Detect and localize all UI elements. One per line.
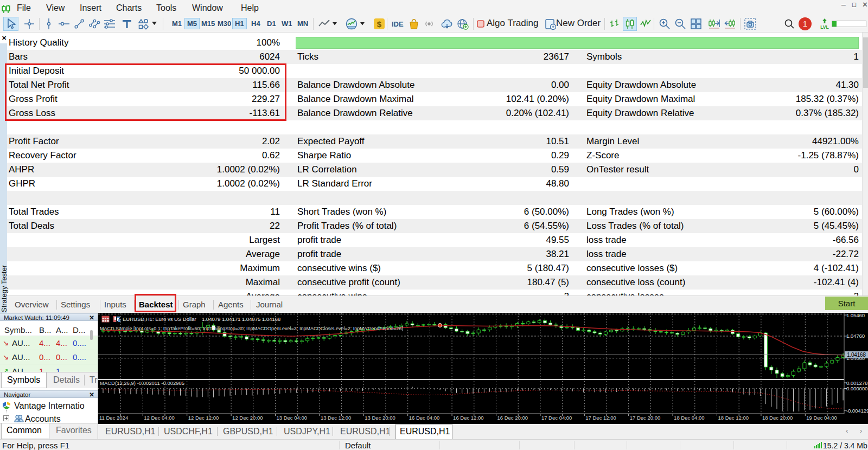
svg-text:-0.004129: -0.004129 — [846, 408, 868, 414]
svg-text:MACD(12,26,9) -0.002011 -0.002: MACD(12,26,9) -0.002011 -0.002985 — [100, 380, 184, 386]
svg-text:17 Dec 20:00: 17 Dec 20:00 — [630, 415, 661, 421]
svg-text:1.04079 1.04171 1.04075 1.0416: 1.04079 1.04171 1.04075 1.04168 — [202, 316, 281, 322]
svg-text:EURUSD,H1: Euro vs US Dollar: EURUSD,H1: Euro vs US Dollar — [123, 316, 196, 322]
svg-text:19 Dec 04:00: 19 Dec 04:00 — [806, 415, 837, 421]
svg-text:MACD Sample [InpLots=0.1; InpT: MACD Sample [InpLots=0.1; InpTakeProfit=… — [100, 326, 403, 331]
svg-text:17 Dec 12:00: 17 Dec 12:00 — [585, 415, 616, 421]
svg-text:12 Dec 04:00: 12 Dec 04:00 — [144, 415, 175, 421]
svg-text:13 Dec 12:00: 13 Dec 12:00 — [321, 415, 352, 421]
svg-text:$: $ — [377, 20, 382, 29]
svg-text:1.04168: 1.04168 — [847, 352, 866, 358]
svg-text:16 Dec 04:00: 16 Dec 04:00 — [409, 415, 440, 421]
svg-text:16 Dec 12:00: 16 Dec 12:00 — [453, 415, 484, 421]
svg-text:13 Dec 04:00: 13 Dec 04:00 — [277, 415, 308, 421]
svg-text:11 Dec 2024: 11 Dec 2024 — [99, 415, 128, 421]
svg-text:0.001278: 0.001278 — [846, 380, 868, 386]
svg-text:12 Dec 12:00: 12 Dec 12:00 — [188, 415, 219, 421]
svg-text:12 Dec 20:00: 12 Dec 20:00 — [232, 415, 263, 421]
svg-text:17 Dec 04:00: 17 Dec 04:00 — [541, 415, 572, 421]
svg-text:LVL: LVL — [820, 24, 828, 30]
svg-text:18 Dec 12:00: 18 Dec 12:00 — [718, 415, 749, 421]
svg-text:13 Dec 20:00: 13 Dec 20:00 — [365, 415, 395, 421]
svg-text:18 Dec 04:00: 18 Dec 04:00 — [674, 415, 705, 421]
svg-text:18 Dec 20:00: 18 Dec 20:00 — [762, 415, 793, 421]
svg-text:16 Dec 20:00: 16 Dec 20:00 — [497, 415, 528, 421]
svg-text:1.05460: 1.05460 — [846, 313, 865, 318]
svg-text:0.000000: 0.000000 — [846, 385, 868, 391]
svg-text:1.04760: 1.04760 — [846, 333, 865, 339]
